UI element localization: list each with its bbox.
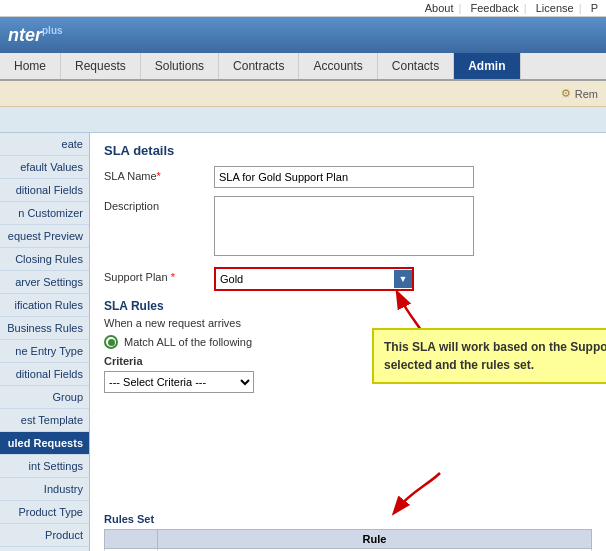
support-plan-label: Support Plan * [104,267,214,283]
description-label: Description [104,196,214,212]
header: nterplus [0,17,606,53]
sidebar-item-notification-rules[interactable]: ification Rules [0,294,89,317]
sidebar-item-product[interactable]: Product [0,524,89,547]
support-plan-select[interactable]: Gold Silver Bronze [214,267,414,291]
license-link[interactable]: License [536,2,574,14]
p-link[interactable]: P [591,2,598,14]
about-link[interactable]: About [425,2,454,14]
sidebar-item-default-values[interactable]: efault Values [0,156,89,179]
sub-header [0,107,606,133]
description-row: Description [104,196,592,259]
description-input-wrapper [214,196,592,259]
nav-accounts[interactable]: Accounts [299,53,377,79]
sidebar-item-server-settings[interactable]: arver Settings [0,271,89,294]
criteria-select[interactable]: --- Select Criteria --- [104,371,254,393]
rules-table: Rule ✖ ✎ Priority is "High" [104,529,592,551]
sla-rules-title: SLA Rules [104,299,592,313]
support-plan-input-wrapper: Gold Silver Bronze ▼ [214,267,592,291]
sla-details-title: SLA details [104,143,592,158]
layout: eate efault Values ditional Fields n Cus… [0,133,606,551]
sidebar-item-additional-fields-2[interactable]: ditional Fields [0,363,89,386]
sidebar-item-template[interactable]: est Template [0,409,89,432]
main-nav: Home Requests Solutions Contracts Accoun… [0,53,606,81]
rem-label: Rem [575,88,598,100]
rem-bar: ⚙ Rem [0,81,606,107]
match-label: Match ALL of the following [124,336,252,348]
nav-contracts[interactable]: Contracts [219,53,299,79]
main-content: SLA details SLA Name* Description Suppor… [90,133,606,551]
sidebar-item-request-preview[interactable]: equest Preview [0,225,89,248]
sla-name-input-wrapper [214,166,592,188]
sla-name-row: SLA Name* [104,166,592,188]
support-plan-row: Support Plan * Gold Silver Bronze ▼ [104,267,592,291]
tooltip-box: This SLA will work based on the Support … [372,328,606,384]
sidebar-item-scheduled-requests[interactable]: uled Requests [0,432,89,455]
sla-name-input[interactable] [214,166,474,188]
sla-name-label: SLA Name* [104,166,214,182]
match-radio[interactable] [104,335,118,349]
sidebar-item-entry-type[interactable]: ne Entry Type [0,340,89,363]
rules-set-title: Rules Set [104,513,592,525]
sidebar-item-additional-fields-1[interactable]: ditional Fields [0,179,89,202]
sidebar-item-product-type[interactable]: Product Type [0,501,89,524]
radio-inner [108,339,115,346]
col-actions [105,530,158,549]
sidebar-item-group[interactable]: Group [0,386,89,409]
sidebar-item-closing-rules[interactable]: Closing Rules [0,248,89,271]
sidebar-item-additional-fields-3[interactable]: ditional Fields [0,547,89,551]
nav-solutions[interactable]: Solutions [141,53,219,79]
logo: nterplus [8,25,63,46]
nav-admin[interactable]: Admin [454,53,520,79]
sidebar-item-customizer[interactable]: n Customizer [0,202,89,225]
top-bar: About | Feedback | License | P [0,0,606,17]
sidebar-item-print-settings[interactable]: int Settings [0,455,89,478]
sidebar-item-industry[interactable]: Industry [0,478,89,501]
rules-set-section: Rules Set Rule ✖ ✎ [104,513,592,551]
rem-icon: ⚙ [561,87,571,100]
sidebar: eate efault Values ditional Fields n Cus… [0,133,90,551]
nav-requests[interactable]: Requests [61,53,141,79]
feedback-link[interactable]: Feedback [470,2,518,14]
nav-contacts[interactable]: Contacts [378,53,454,79]
col-rule: Rule [158,530,592,549]
nav-home[interactable]: Home [0,53,61,79]
sidebar-item-business-rules[interactable]: Business Rules [0,317,89,340]
sidebar-item-create[interactable]: eate [0,133,89,156]
description-textarea[interactable] [214,196,474,256]
